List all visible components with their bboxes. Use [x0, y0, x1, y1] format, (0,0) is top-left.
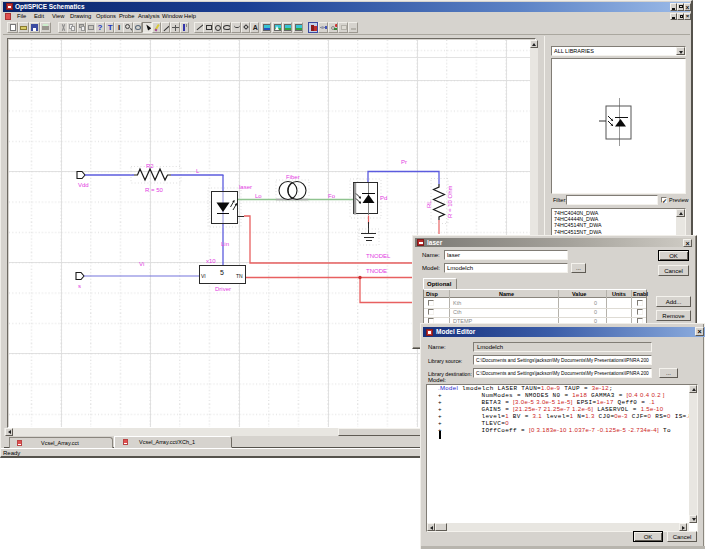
svg-text:R = 10 Ohm: R = 10 Ohm: [447, 185, 453, 218]
svg-text:VI: VI: [201, 273, 206, 279]
svg-text:Lo: Lo: [255, 193, 262, 199]
svg-text:TN: TN: [236, 273, 243, 279]
svg-text:Vdd: Vdd: [78, 182, 89, 188]
svg-text:RL: RL: [426, 200, 432, 208]
svg-text:TNODE: TNODE: [366, 268, 387, 274]
svg-text:R = 50: R = 50: [145, 187, 164, 193]
svg-text:5: 5: [220, 269, 224, 276]
svg-text:L: L: [196, 168, 200, 174]
svg-text:Pd: Pd: [380, 195, 387, 201]
svg-text:Driver: Driver: [215, 286, 231, 292]
svg-text:s: s: [78, 283, 81, 289]
svg-text:Fo: Fo: [328, 193, 336, 199]
svg-text:laser: laser: [239, 184, 252, 190]
svg-text:Vi: Vi: [139, 261, 144, 267]
svg-text:Pr: Pr: [401, 159, 407, 165]
svg-text:x10: x10: [206, 258, 216, 264]
svg-text:R2: R2: [146, 163, 154, 169]
svg-text:Fiber: Fiber: [286, 174, 300, 180]
svg-text:TNODEL: TNODEL: [366, 253, 391, 259]
svg-text:Lin: Lin: [221, 241, 229, 247]
